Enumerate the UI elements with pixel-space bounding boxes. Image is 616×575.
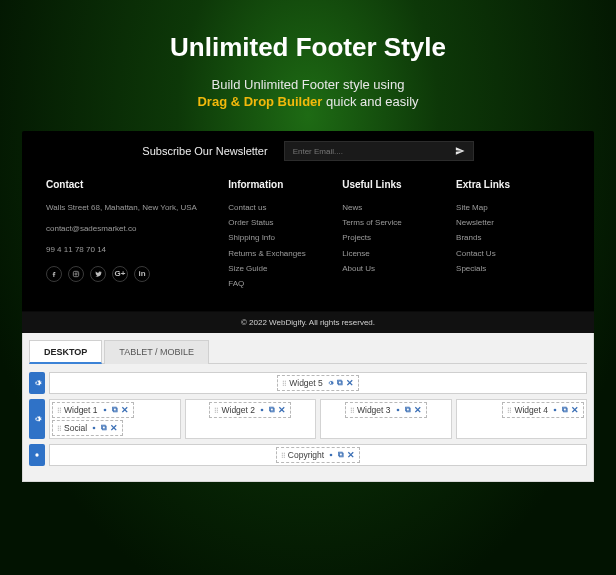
info-link[interactable]: Order Status [228, 215, 342, 230]
newsletter-label: Subscribe Our Newsletter [142, 145, 267, 157]
row-2-col-3[interactable]: ⁝⁝ Widget 3 ⧉ ✕ [320, 399, 452, 439]
gear-icon[interactable] [394, 406, 402, 414]
footer-preview: Subscribe Our Newsletter Contact Walls S… [22, 131, 594, 333]
builder-row-1: ⁝⁝ Widget 5 ⧉ ✕ [29, 372, 587, 394]
col-information: Information Contact us Order Status Ship… [228, 179, 342, 291]
gear-icon[interactable] [258, 406, 266, 414]
col-contact-title: Contact [46, 179, 228, 190]
tab-tablet-mobile[interactable]: TABLET / MOBILE [104, 340, 209, 364]
extra-link[interactable]: Newsletter [456, 215, 570, 230]
widget-label: Widget 5 [289, 378, 323, 388]
drag-handle-icon[interactable]: ⁝⁝ [214, 406, 218, 415]
gear-icon[interactable] [551, 406, 559, 414]
useful-link[interactable]: About Us [342, 261, 456, 276]
widget-3[interactable]: ⁝⁝ Widget 3 ⧉ ✕ [345, 402, 427, 418]
close-icon[interactable]: ✕ [278, 405, 286, 415]
gear-icon[interactable] [101, 406, 109, 414]
duplicate-icon[interactable]: ⧉ [112, 405, 118, 415]
google-plus-icon[interactable]: G+ [112, 266, 128, 282]
info-link[interactable]: FAQ [228, 276, 342, 291]
newsletter-input[interactable] [285, 147, 455, 156]
close-icon[interactable]: ✕ [414, 405, 422, 415]
close-icon[interactable]: ✕ [110, 423, 118, 433]
drag-handle-icon[interactable]: ⁝⁝ [57, 406, 61, 415]
svg-point-2 [77, 272, 78, 273]
col-extra-title: Extra Links [456, 179, 570, 190]
extra-link[interactable]: Contact Us [456, 246, 570, 261]
page-title: Unlimited Footer Style [0, 0, 616, 63]
svg-point-1 [75, 272, 77, 274]
row-settings-button[interactable] [29, 372, 45, 394]
useful-link[interactable]: License [342, 246, 456, 261]
builder-tabs: DESKTOP TABLET / MOBILE [29, 339, 587, 364]
useful-link[interactable]: News [342, 200, 456, 215]
widget-1[interactable]: ⁝⁝ Widget 1 ⧉ ✕ [52, 402, 134, 418]
close-icon[interactable]: ✕ [346, 378, 354, 388]
drag-handle-icon[interactable]: ⁝⁝ [282, 379, 286, 388]
contact-email: contact@sadesmarket.co [46, 221, 228, 236]
tab-desktop[interactable]: DESKTOP [29, 340, 102, 364]
close-icon[interactable]: ✕ [347, 450, 355, 460]
info-link[interactable]: Size Guide [228, 261, 342, 276]
send-icon[interactable] [455, 146, 465, 156]
copyright-bar: © 2022 WebDigify. All rights reserved. [22, 311, 594, 333]
drag-handle-icon[interactable]: ⁝⁝ [57, 424, 61, 433]
builder-panel: DESKTOP TABLET / MOBILE ⁝⁝ Widget 5 ⧉ ✕ … [22, 333, 594, 482]
extra-link[interactable]: Brands [456, 230, 570, 245]
info-link[interactable]: Returns & Exchanges [228, 246, 342, 261]
contact-phone: 99 4 11 78 70 14 [46, 242, 228, 257]
widget-4[interactable]: ⁝⁝ Widget 4 ⧉ ✕ [502, 402, 584, 418]
widget-copyright[interactable]: ⁝⁝ Copyright ⧉ ✕ [276, 447, 360, 463]
row-settings-button[interactable] [29, 444, 45, 466]
widget-label: Widget 1 [64, 405, 98, 415]
linkedin-icon[interactable]: in [134, 266, 150, 282]
widget-social[interactable]: ⁝⁝ Social ⧉ ✕ [52, 420, 123, 436]
gear-icon[interactable] [326, 379, 334, 387]
widget-label: Copyright [288, 450, 324, 460]
newsletter-bar: Subscribe Our Newsletter [22, 131, 594, 173]
col-info-title: Information [228, 179, 342, 190]
info-link[interactable]: Shipping Info [228, 230, 342, 245]
useful-link[interactable]: Terms of Service [342, 215, 456, 230]
subtitle-tail: quick and easily [322, 94, 418, 109]
duplicate-icon[interactable]: ⧉ [338, 450, 344, 460]
gear-icon[interactable] [90, 424, 98, 432]
page-subtitle-2: Drag & Drop Builder quick and easily [0, 94, 616, 109]
row-2-col-1[interactable]: ⁝⁝ Widget 1 ⧉ ✕ ⁝⁝ Social ⧉ ✕ [49, 399, 181, 439]
widget-label: Widget 3 [357, 405, 391, 415]
page-subtitle-1: Build Unlimited Footer style using [0, 77, 616, 92]
accent-text: Drag & Drop Builder [197, 94, 322, 109]
facebook-icon[interactable] [46, 266, 62, 282]
drag-handle-icon[interactable]: ⁝⁝ [507, 406, 511, 415]
gear-icon[interactable] [327, 451, 335, 459]
widget-2[interactable]: ⁝⁝ Widget 2 ⧉ ✕ [209, 402, 291, 418]
row-settings-button[interactable] [29, 399, 45, 439]
builder-row-3: ⁝⁝ Copyright ⧉ ✕ [29, 444, 587, 466]
drag-handle-icon[interactable]: ⁝⁝ [281, 451, 285, 460]
duplicate-icon[interactable]: ⧉ [269, 405, 275, 415]
extra-link[interactable]: Site Map [456, 200, 570, 215]
widget-5[interactable]: ⁝⁝ Widget 5 ⧉ ✕ [277, 375, 359, 391]
duplicate-icon[interactable]: ⧉ [101, 423, 107, 433]
col-useful: Useful Links News Terms of Service Proje… [342, 179, 456, 291]
useful-link[interactable]: Projects [342, 230, 456, 245]
row-2-col-2[interactable]: ⁝⁝ Widget 2 ⧉ ✕ [185, 399, 317, 439]
footer-columns: Contact Walls Street 68, Mahattan, New Y… [22, 173, 594, 311]
duplicate-icon[interactable]: ⧉ [405, 405, 411, 415]
close-icon[interactable]: ✕ [571, 405, 579, 415]
instagram-icon[interactable] [68, 266, 84, 282]
duplicate-icon[interactable]: ⧉ [337, 378, 343, 388]
info-link[interactable]: Contact us [228, 200, 342, 215]
builder-row-2: ⁝⁝ Widget 1 ⧉ ✕ ⁝⁝ Social ⧉ ✕ ⁝⁝ Widge [29, 399, 587, 439]
col-useful-title: Useful Links [342, 179, 456, 190]
drag-handle-icon[interactable]: ⁝⁝ [350, 406, 354, 415]
extra-link[interactable]: Specials [456, 261, 570, 276]
row-3-drop-area[interactable]: ⁝⁝ Copyright ⧉ ✕ [49, 444, 587, 466]
row-2-col-4[interactable]: ⁝⁝ Widget 4 ⧉ ✕ [456, 399, 588, 439]
close-icon[interactable]: ✕ [121, 405, 129, 415]
row-1-drop-area[interactable]: ⁝⁝ Widget 5 ⧉ ✕ [49, 372, 587, 394]
widget-label: Widget 2 [221, 405, 255, 415]
col-extra: Extra Links Site Map Newsletter Brands C… [456, 179, 570, 291]
duplicate-icon[interactable]: ⧉ [562, 405, 568, 415]
twitter-icon[interactable] [90, 266, 106, 282]
